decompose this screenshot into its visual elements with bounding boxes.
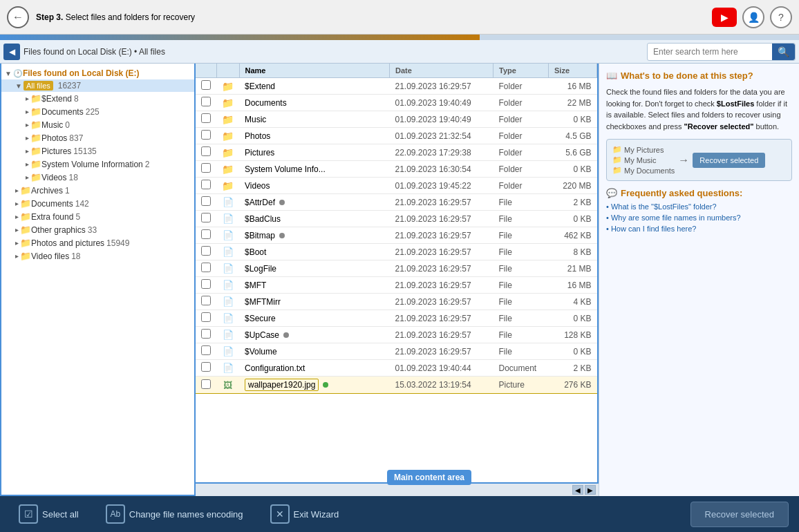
row-checkbox[interactable] [201,379,211,389]
row-checkbox[interactable] [201,146,211,156]
row-checkbox[interactable] [201,213,211,222]
row-checkbox-cell[interactable] [196,310,216,327]
row-checkbox-cell[interactable] [196,95,216,111]
row-checkbox-cell[interactable] [196,294,216,310]
faq-item-2[interactable]: Why are some file names in numbers? [606,213,792,222]
row-checkbox-cell[interactable] [196,327,216,343]
row-checkbox[interactable] [201,279,211,289]
row-icon-cell: 📁 [216,161,239,178]
row-name[interactable]: Music [239,111,390,128]
sidebar-item-archives[interactable]: ▸ 📁 Archives 1 [1,184,194,197]
row-checkbox[interactable] [201,362,211,372]
row-checkbox-cell[interactable] [196,260,216,277]
table-row: 📄 $MFT 21.09.2023 16:29:57 File 16 MB [196,277,597,294]
row-checkbox[interactable] [201,97,211,106]
row-checkbox[interactable] [201,229,211,239]
sidebar-item-photosandpictures[interactable]: ▸ 📁 Photos and pictures 15949 [1,236,194,249]
search-button[interactable]: 🔍 [772,44,795,60]
user-icon[interactable]: 👤 [742,6,764,28]
row-name[interactable]: System Volume Info... [239,161,390,178]
row-name[interactable]: Videos [239,178,390,194]
select-all-button[interactable]: ☑ Select all [10,500,87,528]
faq-item-1[interactable]: What is the "$LostFiles" folder? [606,202,792,211]
row-checkbox[interactable] [201,312,211,322]
row-checkbox-cell[interactable] [196,178,216,194]
row-name[interactable]: $AttrDef [239,194,390,211]
row-name[interactable]: Photos [239,128,390,144]
col-header-size[interactable]: Size [549,64,597,78]
row-checkbox[interactable] [201,80,211,90]
row-checkbox-cell[interactable] [196,211,216,227]
back-button[interactable]: ← [7,6,29,28]
row-name[interactable]: Pictures [239,144,390,161]
sidebar-item-videofiles[interactable]: ▸ 📁 Video files 18 [1,249,194,263]
row-checkbox-cell[interactable] [196,227,216,244]
row-name[interactable]: $MFT [239,277,390,294]
search-input[interactable] [648,44,772,59]
row-checkbox-cell[interactable] [196,128,216,144]
sidebar-item-pictures[interactable]: ▸ 📁 Pictures 15135 [1,144,194,158]
sidebar-root[interactable]: ▼ 🕐 Files found on Local Disk (E:) [1,67,194,79]
row-checkbox[interactable] [201,345,211,355]
row-name[interactable]: $Bitmap [239,227,390,244]
row-checkbox-cell[interactable] [196,161,216,178]
recover-selected-button[interactable]: Recover selected [690,502,789,527]
row-checkbox-cell[interactable] [196,343,216,360]
row-checkbox[interactable] [201,180,211,189]
row-checkbox-cell[interactable] [196,360,216,377]
row-checkbox-cell[interactable] [196,194,216,211]
row-name[interactable]: $BadClus [239,211,390,227]
row-checkbox-cell[interactable] [196,377,216,394]
row-name[interactable]: $Secure [239,310,390,327]
row-checkbox-cell[interactable] [196,144,216,161]
sidebar-item-videos[interactable]: ▸ 📁 Videos 18 [1,171,194,184]
sidebar-item-documents[interactable]: ▸ 📁 Documents 142 [1,197,194,210]
horizontal-scrollbar[interactable]: ◀ ▶ [196,484,599,496]
row-name[interactable]: Documents [239,95,390,111]
breadcrumb-back-arrow[interactable]: ◀ [3,44,20,60]
row-checkbox[interactable] [201,163,211,173]
row-name[interactable]: $MFTMirr [239,294,390,310]
youtube-icon[interactable]: ▶ [712,8,737,27]
col-header-type[interactable]: Type [494,64,549,78]
row-checkbox-cell[interactable] [196,78,216,95]
col-header-date[interactable]: Date [390,64,494,78]
row-name[interactable]: wallpaper1920.jpg [239,377,390,394]
row-checkbox[interactable] [201,329,211,339]
sidebar-item-extrafound[interactable]: ▸ 📁 Extra found 5 [1,210,194,223]
row-checkbox[interactable] [201,196,211,206]
faq-item-3[interactable]: How can I find files here? [606,225,792,233]
row-size: 0 KB [549,111,597,128]
row-checkbox[interactable] [201,130,211,140]
row-checkbox[interactable] [201,113,211,123]
row-checkbox[interactable] [201,263,211,272]
help-icon[interactable]: ? [770,6,792,28]
sidebar-item-photos[interactable]: ▸ 📁 Photos 837 [1,131,194,144]
scroll-right-arrow[interactable]: ▶ [585,485,596,495]
sidebar-item-music[interactable]: ▸ 📁 Music 0 [1,118,194,131]
row-name[interactable]: $Volume [239,343,390,360]
exit-wizard-button[interactable]: ✕ Exit Wizard [262,500,348,528]
row-checkbox-cell[interactable] [196,111,216,128]
sidebar-item-documents-sub[interactable]: ▸ 📁 Documents 225 [1,105,194,118]
row-name[interactable]: Configuration.txt [239,360,390,377]
row-checkbox[interactable] [201,296,211,305]
row-name[interactable]: $UpCase [239,327,390,343]
recover-selected-demo-button[interactable]: Recover selected [693,153,765,168]
scroll-left-arrow[interactable]: ◀ [572,485,583,495]
sidebar-item-sysvolinfo[interactable]: ▸ 📁 System Volume Information 2 [1,158,194,171]
row-type: File [494,327,549,343]
row-name[interactable]: $Boot [239,244,390,260]
item-label: Pictures [41,146,71,156]
sidebar-item-allfiles[interactable]: ▼ All files 16237 [1,79,194,92]
row-checkbox-cell[interactable] [196,277,216,294]
row-checkbox[interactable] [201,246,211,256]
col-header-name[interactable]: Name [239,64,390,78]
encoding-button[interactable]: Ab Change file names encoding [97,500,252,528]
row-name[interactable]: $Extend [239,78,390,95]
sidebar-item-othergraphics[interactable]: ▸ 📁 Other graphics 33 [1,223,194,236]
sidebar-item-extend[interactable]: ▸ 📁 $Extend 8 [1,92,194,105]
row-name[interactable]: $LogFile [239,260,390,277]
folder-icon: 📁 [222,97,234,108]
row-checkbox-cell[interactable] [196,244,216,260]
